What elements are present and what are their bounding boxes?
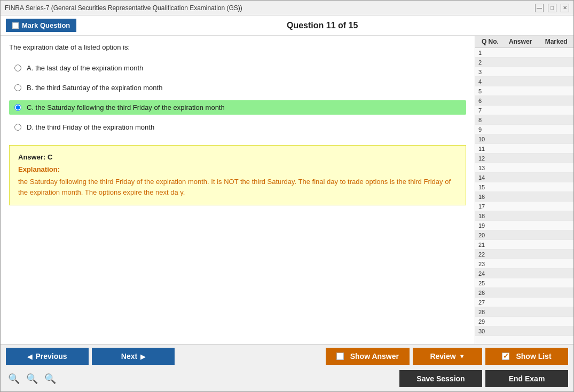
sidebar-row[interactable]: 30 [475, 326, 573, 336]
question-header: Question 11 of 15 [76, 21, 568, 30]
next-label: Next [121, 352, 137, 361]
sidebar-row[interactable]: 9 [475, 125, 573, 134]
close-button[interactable]: ✕ [561, 4, 569, 12]
next-button[interactable]: Next [92, 348, 175, 365]
sidebar: Q No. Answer Marked 1 2 3 4 5 6 [475, 36, 573, 344]
sidebar-row[interactable]: 8 [475, 115, 573, 125]
sidebar-cell-qno: 9 [475, 126, 502, 133]
sidebar-row[interactable]: 13 [475, 163, 573, 173]
sidebar-row[interactable]: 29 [475, 317, 573, 326]
option-c-label: C. the Saturday following the third Frid… [27, 103, 225, 111]
option-c-radio[interactable] [14, 104, 21, 111]
maximize-button[interactable]: □ [548, 4, 556, 12]
sidebar-row[interactable]: 3 [475, 67, 573, 77]
zoom-in-button[interactable]: 🔍 [6, 371, 22, 387]
sidebar-cell-qno: 28 [475, 309, 502, 315]
sidebar-row[interactable]: 28 [475, 307, 573, 317]
sidebar-row[interactable]: 19 [475, 221, 573, 230]
nav-buttons-row: Previous Next Show Answer Review ▼ ✓ Sho… [1, 345, 573, 368]
window-controls: — □ ✕ [535, 4, 569, 12]
minimize-button[interactable]: — [535, 4, 544, 12]
save-session-label: Save Session [416, 374, 465, 383]
option-b[interactable]: B. the third Saturday of the expiration … [9, 81, 466, 95]
review-button[interactable]: Review ▼ [413, 348, 482, 365]
option-d[interactable]: D. the third Friday of the expiration mo… [9, 120, 466, 134]
sidebar-cell-qno: 8 [475, 117, 502, 123]
sidebar-cell-qno: 16 [475, 194, 502, 200]
sidebar-row[interactable]: 6 [475, 96, 573, 106]
previous-label: Previous [35, 352, 67, 361]
application-window: FINRA Series-7 (General Securities Repre… [0, 0, 574, 392]
save-session-button[interactable]: Save Session [399, 370, 482, 387]
sidebar-row[interactable]: 21 [475, 240, 573, 250]
sidebar-cell-qno: 24 [475, 270, 502, 277]
sidebar-cell-qno: 29 [475, 318, 502, 325]
sidebar-header: Q No. Answer Marked [475, 36, 573, 48]
prev-chevron-icon [27, 352, 32, 361]
sidebar-cell-qno: 15 [475, 184, 502, 190]
sidebar-row[interactable]: 16 [475, 192, 573, 202]
sidebar-row[interactable]: 12 [475, 154, 573, 163]
option-b-label: B. the third Saturday of the expiration … [27, 84, 162, 92]
mark-question-label: Mark Question [22, 21, 70, 29]
option-c[interactable]: C. the Saturday following the third Frid… [9, 100, 466, 115]
window-title: FINRA Series-7 (General Securities Repre… [5, 4, 242, 12]
sidebar-cell-qno: 27 [475, 299, 502, 306]
sidebar-row[interactable]: 4 [475, 77, 573, 86]
sidebar-row[interactable]: 1 [475, 48, 573, 58]
sidebar-cell-qno: 5 [475, 88, 502, 94]
sidebar-cell-qno: 23 [475, 261, 502, 267]
option-a-radio[interactable] [14, 65, 21, 71]
sidebar-row[interactable]: 10 [475, 134, 573, 144]
sidebar-row[interactable]: 5 [475, 86, 573, 96]
sidebar-row[interactable]: 17 [475, 202, 573, 211]
sidebar-cell-qno: 3 [475, 69, 502, 75]
show-list-label: Show List [516, 352, 551, 361]
sidebar-row[interactable]: 7 [475, 106, 573, 115]
zoom-normal-button[interactable]: 🔍 [24, 371, 40, 387]
explanation-text: the Saturday following the third Friday … [18, 177, 457, 197]
show-answer-button[interactable]: Show Answer [326, 348, 410, 365]
sidebar-row[interactable]: 15 [475, 182, 573, 192]
sidebar-row[interactable]: 20 [475, 230, 573, 240]
show-list-button[interactable]: ✓ Show List [485, 348, 568, 365]
show-list-checkbox-icon: ✓ [502, 353, 509, 360]
option-a[interactable]: A. the last day of the expiration month [9, 61, 466, 75]
sidebar-row[interactable]: 22 [475, 250, 573, 259]
mark-question-button[interactable]: Mark Question [6, 19, 76, 32]
titlebar: FINRA Series-7 (General Securities Repre… [1, 1, 573, 15]
previous-button[interactable]: Previous [6, 348, 89, 365]
show-answer-label: Show Answer [350, 352, 399, 361]
sidebar-row[interactable]: 25 [475, 278, 573, 288]
sidebar-row[interactable]: 18 [475, 211, 573, 221]
show-answer-checkbox-icon [336, 353, 344, 360]
toolbar: Mark Question Question 11 of 15 [1, 15, 573, 36]
explanation-label: Explanation: [18, 165, 457, 173]
sidebar-cell-qno: 18 [475, 213, 502, 219]
sidebar-row[interactable]: 24 [475, 269, 573, 278]
option-d-radio[interactable] [14, 124, 21, 131]
sidebar-cell-qno: 17 [475, 203, 502, 210]
sidebar-row[interactable]: 26 [475, 288, 573, 298]
sidebar-row[interactable]: 23 [475, 259, 573, 269]
sidebar-row[interactable]: 14 [475, 173, 573, 182]
sidebar-row[interactable]: 27 [475, 298, 573, 307]
sidebar-row[interactable]: 2 [475, 58, 573, 67]
review-label: Review [430, 352, 455, 361]
sidebar-cell-qno: 13 [475, 165, 502, 171]
end-exam-label: End Exam [509, 374, 545, 383]
flag-icon [12, 22, 19, 29]
bottom-bar: Previous Next Show Answer Review ▼ ✓ Sho… [1, 344, 573, 391]
sidebar-cell-qno: 12 [475, 155, 502, 162]
sidebar-marked-header: Marked [539, 38, 573, 45]
zoom-out-button[interactable]: 🔍 [42, 371, 58, 387]
sidebar-cell-qno: 14 [475, 174, 502, 181]
option-a-label: A. the last day of the expiration month [27, 64, 143, 72]
answer-explanation-box: Answer: C Explanation: the Saturday foll… [9, 145, 466, 205]
sidebar-cell-qno: 1 [475, 50, 502, 56]
sidebar-cell-qno: 21 [475, 242, 502, 248]
sidebar-rows: 1 2 3 4 5 6 7 8 [475, 48, 573, 336]
option-b-radio[interactable] [14, 84, 21, 91]
sidebar-row[interactable]: 11 [475, 144, 573, 154]
end-exam-button[interactable]: End Exam [485, 370, 568, 387]
